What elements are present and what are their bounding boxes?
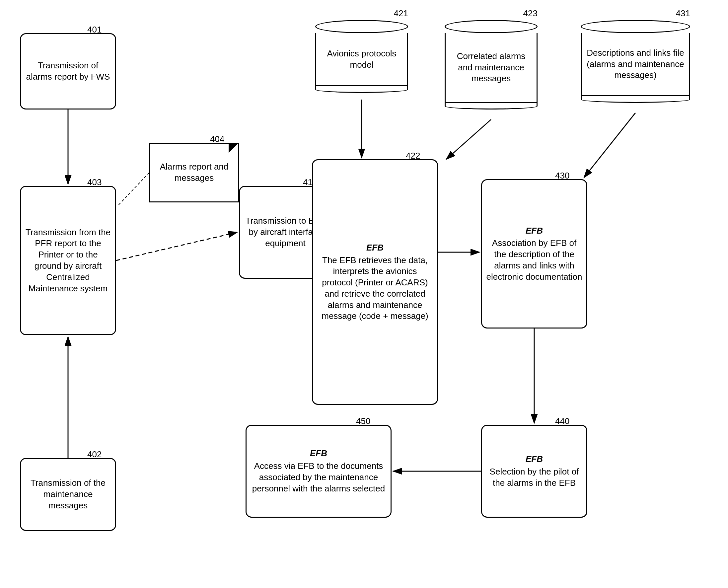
text-450: Access via EFB to the documents associat… <box>251 461 387 494</box>
efb-label-422: EFB <box>366 242 384 253</box>
node-422: 422 EFB The EFB retrieves the data, inte… <box>312 159 438 405</box>
text-431: Descriptions and links file (alarms and … <box>587 47 684 81</box>
text-422: The EFB retrieves the data, interprets t… <box>317 255 433 322</box>
efb-label-450: EFB <box>310 448 327 459</box>
node-401: 401 Transmission of alarms report by FWS <box>20 33 116 109</box>
node-440: 440 EFB Selection by the pilot of the al… <box>481 425 587 518</box>
svg-line-5 <box>118 172 149 206</box>
cyl-body-421: Avionics protocols model <box>315 33 408 86</box>
cyl-bottom-423 <box>445 103 538 109</box>
text-440: Selection by the pilot of the alarms in … <box>486 466 582 489</box>
text-402: Transmission of the maintenance messages <box>25 478 111 511</box>
label-430: 430 <box>555 170 570 182</box>
text-404: Alarms report and messages <box>154 161 234 184</box>
svg-line-8 <box>446 120 491 159</box>
text-421: Avionics protocols model <box>321 48 402 71</box>
efb-label-440: EFB <box>526 454 543 465</box>
text-401: Transmission of alarms report by FWS <box>25 60 111 83</box>
node-404: 404 Alarms report and messages <box>149 143 239 203</box>
diagram: 401 Transmission of alarms report by FWS… <box>0 0 728 588</box>
node-431: 431 Descriptions and links file (alarms … <box>581 20 690 103</box>
node-450: 450 EFB Access via EFB to the documents … <box>245 425 391 518</box>
node-402: 402 Transmission of the maintenance mess… <box>20 458 116 531</box>
label-421: 421 <box>394 8 408 19</box>
label-431: 431 <box>676 8 690 19</box>
label-401: 401 <box>87 24 102 36</box>
cyl-top-421 <box>315 20 408 33</box>
note-fold-404 <box>229 144 238 153</box>
cyl-top-423 <box>445 20 538 33</box>
node-421: 421 Avionics protocols model <box>315 20 408 93</box>
label-403: 403 <box>87 177 102 188</box>
efb-label-430: EFB <box>526 225 543 237</box>
label-404: 404 <box>210 134 224 145</box>
label-402: 402 <box>87 449 102 460</box>
node-403: 403 Transmission from the PFR report to … <box>20 186 116 335</box>
text-430: Association by EFB of the description of… <box>486 237 582 282</box>
label-450: 450 <box>356 416 370 427</box>
node-423: 423 Correlated alarms and maintenance me… <box>445 20 538 109</box>
cyl-bottom-431 <box>581 96 690 103</box>
svg-line-9 <box>584 113 636 177</box>
label-422: 422 <box>406 150 420 162</box>
cyl-body-431: Descriptions and links file (alarms and … <box>581 33 690 96</box>
label-423: 423 <box>523 8 538 19</box>
text-423: Correlated alarms and maintenance messag… <box>451 51 532 84</box>
cyl-top-431 <box>581 20 690 33</box>
cyl-bottom-421 <box>315 86 408 93</box>
svg-line-4 <box>116 232 237 260</box>
text-403: Transmission from the PFR report to the … <box>25 227 111 294</box>
cyl-body-423: Correlated alarms and maintenance messag… <box>445 33 538 103</box>
node-430: 430 EFB Association by EFB of the descri… <box>481 179 587 329</box>
label-440: 440 <box>555 416 570 427</box>
